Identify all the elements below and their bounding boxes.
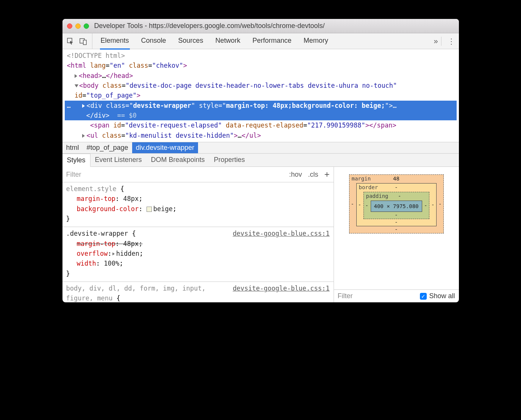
devtools-window: Developer Tools - https://developers.goo… [62,19,459,302]
tab-performance[interactable]: Performance [252,33,292,50]
doctype-line[interactable]: <!DOCTYPE html> [65,51,457,61]
crumb-body[interactable]: #top_of_page [83,142,132,153]
tab-memory[interactable]: Memory [303,33,329,50]
show-all-checkbox[interactable]: ✓ [420,293,427,300]
html-open-line[interactable]: <html lang="en" class="chekov"> [65,61,457,70]
box-model-content: 400 × 7975.080 [371,201,422,212]
cls-toggle[interactable]: .cls [308,171,318,179]
filter-input[interactable]: Filter [66,171,81,179]
minimize-icon[interactable] [75,23,81,29]
style-block-wrapper[interactable]: devsite-google-blue.css:1 .devsite-wrapp… [62,227,334,282]
computed-filter-input[interactable]: Filter [338,292,353,300]
span-line[interactable]: <span id="devsite-request-elapsed" data-… [65,120,457,130]
breadcrumbs: html #top_of_page div.devsite-wrapper [62,142,459,154]
color-swatch-icon[interactable] [147,207,152,212]
window-controls [67,23,89,29]
body-open-line-2[interactable]: id="top_of_page"> [65,90,457,100]
device-toggle-icon[interactable] [79,37,87,45]
styles-sub-tabs: Styles Event Listeners DOM Breakpoints P… [62,154,459,167]
style-block-reset[interactable]: devsite-google-blue.css:1 body, div, dl,… [62,282,334,302]
window-title: Developer Tools - https://developers.goo… [94,22,325,30]
dom-tree[interactable]: <!DOCTYPE html> <html lang="en" class="c… [62,49,459,142]
show-all-label: Show all [429,292,455,300]
style-block-element[interactable]: element.style { margin-top: 48px; backgr… [62,182,334,227]
styles-pane: Filter :hov .cls + element.style { margi… [62,167,334,302]
head-line[interactable]: <head>…</head> [65,71,457,81]
computed-pane: margin 48 - - - border - - - - padding - [334,167,459,302]
source-link[interactable]: devsite-google-blue.css:1 [233,283,330,293]
add-rule-icon[interactable]: + [324,169,329,180]
ul-line[interactable]: <ul class="kd-menulist devsite-hidden">…… [65,131,457,140]
close-icon[interactable] [67,23,72,29]
expand-icon[interactable] [112,252,115,255]
maximize-icon[interactable] [84,23,89,29]
subtab-properties[interactable]: Properties [209,154,250,166]
svg-rect-2 [83,40,86,45]
box-model[interactable]: margin 48 - - - border - - - - padding - [349,174,444,233]
main-tabs: Elements Console Sources Network Perform… [100,33,426,50]
bottom-pane: Filter :hov .cls + element.style { margi… [62,167,459,302]
source-link[interactable]: devsite-google-blue.css:1 [233,229,330,238]
tab-network[interactable]: Network [215,33,241,50]
more-tabs-icon[interactable]: » [431,37,441,45]
inspect-element-icon[interactable] [66,37,75,45]
subtab-styles[interactable]: Styles [62,154,90,167]
subtab-dom-breakpoints[interactable]: DOM Breakpoints [147,154,209,166]
computed-filter-row: Filter ✓ Show all [334,289,459,302]
styles-filter-row: Filter :hov .cls + [62,167,334,182]
tab-console[interactable]: Console [140,33,167,50]
titlebar: Developer Tools - https://developers.goo… [62,19,459,33]
body-open-line[interactable]: <body class="devsite-doc-page devsite-he… [65,81,457,90]
hov-toggle[interactable]: :hov [289,171,302,179]
subtab-event-listeners[interactable]: Event Listeners [90,154,147,166]
tab-elements[interactable]: Elements [100,33,130,50]
kebab-menu-icon[interactable]: ⋮ [441,37,455,46]
selected-node[interactable]: … <div class="devsite-wrapper" style="ma… [65,101,457,121]
crumb-html[interactable]: html [62,142,83,153]
crumb-selected[interactable]: div.devsite-wrapper [132,142,198,153]
toolbar: Elements Console Sources Network Perform… [62,33,459,49]
tab-sources[interactable]: Sources [178,33,204,50]
